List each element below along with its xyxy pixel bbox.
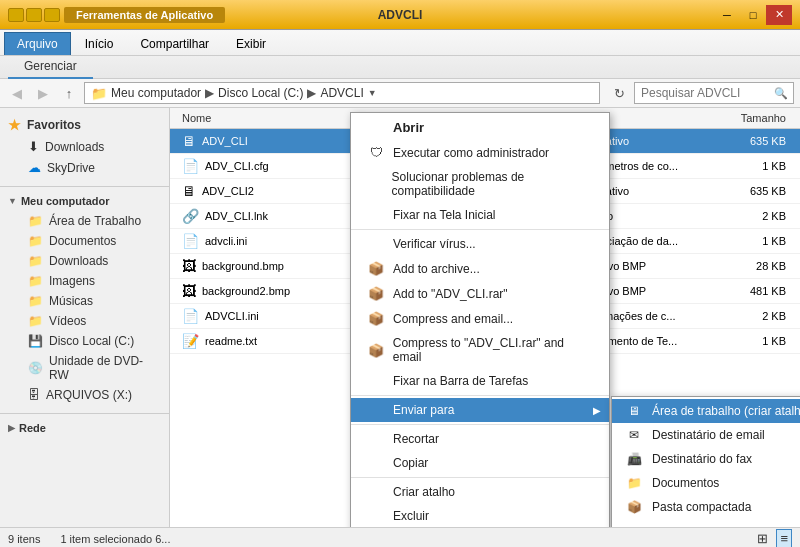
sidebar-item-dvd[interactable]: 💿 Unidade de DVD-RW bbox=[0, 351, 169, 385]
sidebar-item-downloads[interactable]: ⬇ Downloads bbox=[0, 136, 169, 157]
search-wrap: 🔍 bbox=[634, 82, 794, 104]
ctx-archive-icon: 📦 bbox=[367, 261, 385, 276]
sub-docs-icon: 📁 bbox=[624, 476, 644, 490]
network-label: Rede bbox=[19, 422, 46, 434]
submenu: 🖥 Área de trabalho (criar atalho) ✉ Dest… bbox=[611, 396, 800, 527]
path-folder-icon: 📁 bbox=[91, 86, 107, 101]
sub-documentos[interactable]: 📁 Documentos bbox=[612, 471, 800, 495]
ctx-compress-rar-email[interactable]: 📦 Compress to "ADV_CLI.rar" and email bbox=[351, 331, 609, 369]
sidebar-favorites-header: ★ Favoritos bbox=[0, 114, 169, 136]
drive-icon-dvd: 💿 bbox=[28, 361, 43, 375]
search-input[interactable] bbox=[634, 82, 794, 104]
sidebar: ★ Favoritos ⬇ Downloads ☁ SkyDrive ▼ Meu… bbox=[0, 108, 170, 527]
address-path[interactable]: 📁 Meu computador ▶ Disco Local (C:) ▶ AD… bbox=[84, 82, 600, 104]
file-icon: 📝 bbox=[182, 333, 199, 349]
ctx-excluir[interactable]: Excluir bbox=[351, 504, 609, 527]
view-grid-button[interactable]: ⊞ bbox=[753, 529, 772, 547]
path-meu-computador[interactable]: Meu computador bbox=[111, 86, 201, 100]
sub-desktop[interactable]: 🖥 Área de trabalho (criar atalho) bbox=[612, 399, 800, 423]
back-button[interactable]: ◀ bbox=[6, 82, 28, 104]
sidebar-item-disco-c[interactable]: 💾 Disco Local (C:) bbox=[0, 331, 169, 351]
tab-inicio[interactable]: Início bbox=[72, 32, 127, 55]
sidebar-item-skydrive[interactable]: ☁ SkyDrive bbox=[0, 157, 169, 178]
sidebar-computer-label: Meu computador bbox=[21, 195, 110, 207]
path-advcli[interactable]: ADVCLI bbox=[320, 86, 363, 100]
ctx-pin-start[interactable]: Fixar na Tela Inicial bbox=[351, 203, 609, 227]
folder-icon-img: 📁 bbox=[28, 274, 43, 288]
ctx-pin-taskbar[interactable]: Fixar na Barra de Tarefas bbox=[351, 369, 609, 393]
sub-desktop-icon: 🖥 bbox=[624, 404, 644, 418]
ctx-abrir[interactable]: Abrir bbox=[351, 115, 609, 140]
file-icon: 🖥 bbox=[182, 183, 196, 199]
drive-icon-x: 🗄 bbox=[28, 388, 40, 402]
sub-skype[interactable]: S Skype bbox=[612, 519, 800, 527]
ctx-shield-icon: 🛡 bbox=[367, 145, 385, 160]
ctx-copiar[interactable]: Copiar bbox=[351, 451, 609, 475]
sub-fax-icon: 📠 bbox=[624, 452, 644, 466]
maximize-button[interactable]: □ bbox=[740, 5, 766, 25]
sidebar-computer: ▼ Meu computador 📁 Área de Trabalho 📁 Do… bbox=[0, 191, 169, 405]
folder-icon-mus: 📁 bbox=[28, 294, 43, 308]
sidebar-item-videos[interactable]: 📁 Vídeos bbox=[0, 311, 169, 331]
tab-compartilhar[interactable]: Compartilhar bbox=[127, 32, 222, 55]
app-icon-1 bbox=[8, 8, 24, 22]
ctx-add-rar[interactable]: 📦 Add to "ADV_CLI.rar" bbox=[351, 281, 609, 306]
view-list-button[interactable]: ≡ bbox=[776, 529, 792, 547]
ctx-compress-email[interactable]: 📦 Compress and email... bbox=[351, 306, 609, 331]
sidebar-item-documentos[interactable]: 📁 Documentos bbox=[0, 231, 169, 251]
forward-button[interactable]: ▶ bbox=[32, 82, 54, 104]
up-button[interactable]: ↑ bbox=[58, 82, 80, 104]
app-icon-2 bbox=[26, 8, 42, 22]
sub-email[interactable]: ✉ Destinatário de email bbox=[612, 423, 800, 447]
window-icons bbox=[8, 8, 60, 22]
sub-skype-icon: S bbox=[624, 524, 644, 527]
ctx-compress-rar-icon: 📦 bbox=[367, 343, 385, 358]
file-icon: 📄 bbox=[182, 158, 199, 174]
file-icon: 📄 bbox=[182, 233, 199, 249]
sub-zip-icon: 📦 bbox=[624, 500, 644, 514]
folder-icon-dl: 📁 bbox=[28, 254, 43, 268]
ctx-compat[interactable]: Solucionar problemas de compatibilidade bbox=[351, 165, 609, 203]
ctx-virus[interactable]: Verificar vírus... bbox=[351, 232, 609, 256]
app-title: ADVCLI bbox=[378, 8, 423, 22]
ctx-enviar[interactable]: Enviar para bbox=[351, 398, 609, 422]
ctx-compress-email-icon: 📦 bbox=[367, 311, 385, 326]
file-icon: 🖼 bbox=[182, 258, 196, 274]
sub-pasta-zip[interactable]: 📦 Pasta compactada bbox=[612, 495, 800, 519]
window-controls[interactable]: ─ □ ✕ bbox=[714, 5, 792, 25]
minimize-button[interactable]: ─ bbox=[714, 5, 740, 25]
main-layout: ★ Favoritos ⬇ Downloads ☁ SkyDrive ▼ Meu… bbox=[0, 108, 800, 527]
drive-icon-c: 💾 bbox=[28, 334, 43, 348]
ctx-criar-atalho[interactable]: Criar atalho bbox=[351, 480, 609, 504]
sidebar-network: ▶ Rede bbox=[0, 418, 169, 438]
folder-icon-area: 📁 bbox=[28, 214, 43, 228]
path-disco-local[interactable]: Disco Local (C:) bbox=[218, 86, 303, 100]
file-icon: 🔗 bbox=[182, 208, 199, 224]
file-icon: 📄 bbox=[182, 308, 199, 324]
sidebar-item-arquivos-x[interactable]: 🗄 ARQUIVOS (X:) bbox=[0, 385, 169, 405]
tab-arquivo[interactable]: Arquivo bbox=[4, 32, 71, 55]
ctx-run-admin[interactable]: 🛡 Executar como administrador bbox=[351, 140, 609, 165]
sidebar-item-downloads2[interactable]: 📁 Downloads bbox=[0, 251, 169, 271]
title-bar: Ferramentas de Aplicativo ADVCLI ─ □ ✕ bbox=[0, 0, 800, 30]
star-icon: ★ bbox=[8, 117, 21, 133]
ribbon-manage-label: Gerenciar bbox=[8, 55, 93, 79]
file-icon: 🖼 bbox=[182, 283, 196, 299]
refresh-button[interactable]: ↻ bbox=[608, 82, 630, 104]
ctx-add-archive[interactable]: 📦 Add to archive... bbox=[351, 256, 609, 281]
ctx-recortar[interactable]: Recortar bbox=[351, 427, 609, 451]
sidebar-item-imagens[interactable]: 📁 Imagens bbox=[0, 271, 169, 291]
sub-fax[interactable]: 📠 Destinatário do fax bbox=[612, 447, 800, 471]
close-button[interactable]: ✕ bbox=[766, 5, 792, 25]
address-bar: ◀ ▶ ↑ 📁 Meu computador ▶ Disco Local (C:… bbox=[0, 79, 800, 108]
file-icon: 🖥 bbox=[182, 133, 196, 149]
status-selected-info: 1 item selecionado 6... bbox=[60, 533, 170, 545]
col-header-size[interactable]: Tamanho bbox=[714, 108, 794, 128]
app-icon-3 bbox=[44, 8, 60, 22]
tab-exibir[interactable]: Exibir bbox=[223, 32, 279, 55]
sidebar-item-area-trabalho[interactable]: 📁 Área de Trabalho bbox=[0, 211, 169, 231]
skydrive-icon: ☁ bbox=[28, 160, 41, 175]
status-view-controls: ⊞ ≡ bbox=[753, 529, 792, 547]
sidebar-item-musicas[interactable]: 📁 Músicas bbox=[0, 291, 169, 311]
sidebar-favorites: ★ Favoritos ⬇ Downloads ☁ SkyDrive bbox=[0, 114, 169, 178]
